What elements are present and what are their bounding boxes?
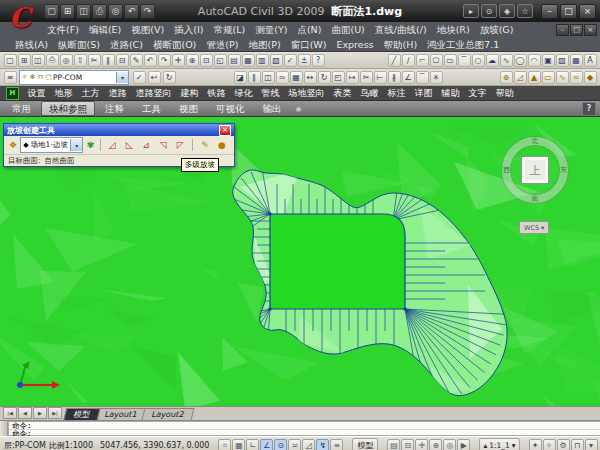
hongye-menu[interactable]: 鸿业工业总图7.1	[422, 37, 504, 52]
point-creation-icon[interactable]: ⊕	[500, 71, 513, 84]
save-icon[interactable]: ◫	[32, 54, 45, 67]
layer-dropdown[interactable]: ☼✻⊓□ PP-COM ▾	[19, 70, 129, 85]
tab-visualize[interactable]: 可视化	[208, 101, 253, 116]
hy-help[interactable]: 帮助	[491, 86, 518, 101]
undo-icon[interactable]: ↶	[144, 54, 157, 67]
preview-icon[interactable]: ◎	[60, 54, 73, 67]
zoom-icon[interactable]: ⊕	[429, 439, 442, 450]
copy-icon[interactable]: ∥	[102, 54, 115, 67]
elevation-editor-icon[interactable]: ✎	[197, 137, 213, 153]
undo-icon[interactable]: ↶	[124, 4, 139, 19]
hy-earthwork[interactable]: 土方	[77, 86, 104, 101]
multi-grading-icon[interactable]: ◸	[172, 137, 188, 153]
new-icon[interactable]: ▢	[4, 54, 17, 67]
grading-pad[interactable]	[270, 214, 405, 309]
hy-settings[interactable]: 设置	[23, 86, 50, 101]
corridor-tools-icon[interactable]: ◆	[584, 71, 597, 84]
revcloud-icon[interactable]: ☁	[486, 54, 499, 67]
arc-icon[interactable]: ⌒	[458, 54, 471, 67]
annotation-visibility-icon[interactable]: ✦	[529, 439, 542, 450]
minimize-button[interactable]: –	[541, 4, 558, 19]
hy-road-vertical[interactable]: 道路竖向	[131, 86, 176, 101]
hy-auxiliary[interactable]: 辅助	[437, 86, 464, 101]
hy-road[interactable]: 道路	[104, 86, 131, 101]
favorites-icon[interactable]: ☆	[517, 4, 533, 18]
save-icon[interactable]: ◫	[76, 4, 91, 19]
search-icon[interactable]: ⊙	[481, 4, 497, 18]
next-tab-button[interactable]: ▶	[33, 407, 47, 419]
surface-tools-icon[interactable]: ▲	[528, 71, 541, 84]
zoom-previous-icon[interactable]: ◱	[214, 54, 227, 67]
doc-minimize-button[interactable]: –	[556, 24, 569, 36]
compass-east-label[interactable]: 东	[560, 166, 567, 174]
last-tab-button[interactable]: ▶|	[48, 407, 62, 419]
pan-icon[interactable]: ✛	[172, 54, 185, 67]
points-menu[interactable]: 点(N)	[292, 22, 326, 37]
chamfer-icon[interactable]: ∠	[402, 71, 415, 84]
ellipse-icon[interactable]: ◯	[514, 54, 527, 67]
model-tab[interactable]: 模型	[64, 408, 101, 420]
extend-icon[interactable]: ⊢	[374, 71, 387, 84]
viewcube-compass[interactable]: 北 南 西 东 上	[502, 137, 568, 203]
polygon-icon[interactable]: ⬠	[430, 54, 443, 67]
insert-block-icon[interactable]: ▣	[542, 54, 555, 67]
subscription-center-icon[interactable]: ◈	[499, 4, 515, 18]
plot-preview-icon[interactable]: ◎	[108, 4, 123, 19]
dyn-toggle[interactable]: ↯	[316, 439, 329, 450]
ortho-toggle[interactable]: ∟	[246, 439, 259, 450]
pipes-menu[interactable]: 管道(P)	[201, 37, 243, 52]
chevron-down-icon[interactable]: ▾	[70, 139, 82, 151]
quickcalc-icon[interactable]: ±	[298, 54, 311, 67]
line-icon[interactable]: ╱	[388, 54, 401, 67]
general-menu[interactable]: 常规(L)	[208, 22, 250, 37]
trim-icon[interactable]: ✂	[360, 71, 373, 84]
break-icon[interactable]: ∦	[388, 71, 401, 84]
hy-railway[interactable]: 铁路	[203, 86, 230, 101]
table-icon[interactable]: ▦	[570, 54, 583, 67]
explode-icon[interactable]: ✳	[430, 71, 443, 84]
spline-icon[interactable]: ∿	[500, 54, 513, 67]
open-icon[interactable]: ⊞	[18, 54, 31, 67]
compass-south-label[interactable]: 南	[532, 195, 539, 203]
close-icon[interactable]: ×	[219, 125, 231, 136]
erase-icon[interactable]: ◪	[234, 71, 247, 84]
hy-site-vertical[interactable]: 场地竖向	[284, 86, 329, 101]
cut-icon[interactable]: ✂	[88, 54, 101, 67]
scale-icon[interactable]: ◰	[332, 71, 345, 84]
rectangle-icon[interactable]: ▭	[444, 54, 457, 67]
grading-group-dropdown[interactable]: ◆ 场地1-边坡 ▾	[20, 137, 83, 153]
steering-wheel-icon[interactable]: ◎	[443, 439, 456, 450]
workspace-icon[interactable]: ⚙	[557, 439, 570, 450]
set-target-surface-icon[interactable]: ✾	[84, 137, 96, 153]
help-icon[interactable]: ?	[312, 54, 325, 67]
edit-menu[interactable]: 编辑(E)	[84, 22, 126, 37]
create-transition-icon[interactable]: ⊿	[138, 137, 154, 153]
status-menu-icon[interactable]: ▾	[585, 439, 598, 450]
help-menu[interactable]: 帮助(H)	[379, 37, 423, 52]
palette-titlebar[interactable]: 放坡创建工具 ×	[4, 124, 234, 136]
stretch-icon[interactable]: ↦	[346, 71, 359, 84]
hy-terrain[interactable]: 地形	[50, 86, 77, 101]
pan-icon[interactable]: ✛	[415, 439, 428, 450]
array-icon[interactable]: ▦	[290, 71, 303, 84]
hy-text[interactable]: 文字	[464, 86, 491, 101]
create-infill-icon[interactable]: ◺	[121, 137, 137, 153]
fillet-icon[interactable]: ⌒	[416, 71, 429, 84]
grading-tools-icon[interactable]: ◿	[514, 71, 527, 84]
match-properties-icon[interactable]: ✎	[130, 54, 143, 67]
doc-restore-button[interactable]: □	[570, 24, 583, 36]
grading-group-icon[interactable]: ❖	[7, 137, 19, 153]
infocenter-expand-icon[interactable]: ▸	[463, 4, 479, 18]
layer-states-icon[interactable]: ↻	[163, 71, 176, 84]
coordinates-readout[interactable]: 5047.456, 3390.637, 0.000	[100, 441, 209, 450]
construction-line-icon[interactable]: ∕	[402, 54, 415, 67]
insert-menu[interactable]: 插入(I)	[169, 22, 208, 37]
rotate-icon[interactable]: ↻	[318, 71, 331, 84]
properties-icon[interactable]: ▤	[228, 54, 241, 67]
doc-close-button[interactable]: ×	[584, 24, 597, 36]
redo-icon[interactable]: ↷	[140, 4, 155, 19]
tab-output[interactable]: 输出	[255, 101, 290, 116]
polyline-icon[interactable]: ⌐	[416, 54, 429, 67]
paste-icon[interactable]: ⊟	[116, 54, 129, 67]
compass-west-label[interactable]: 西	[503, 166, 510, 174]
